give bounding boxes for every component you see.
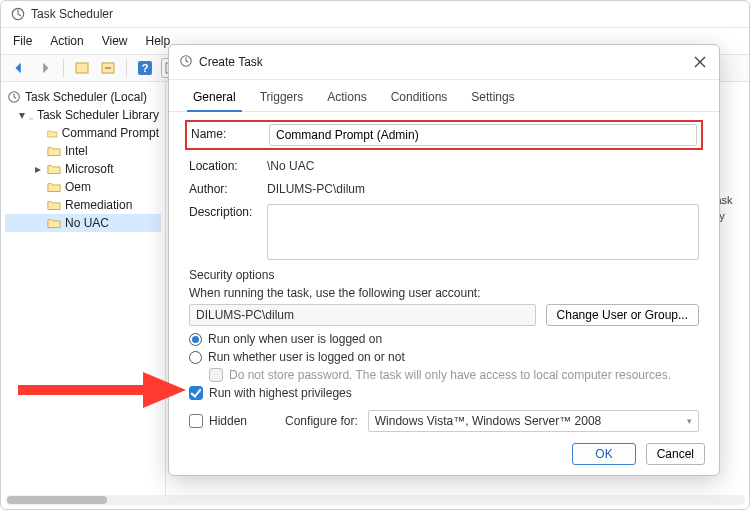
caret-icon: ▾	[19, 108, 25, 122]
dialog-icon	[179, 54, 193, 71]
name-input[interactable]	[269, 124, 697, 146]
radio-label: Run whether user is logged on or not	[208, 350, 405, 364]
folder-icon	[47, 181, 61, 193]
tab-general[interactable]: General	[187, 86, 242, 112]
menu-file[interactable]: File	[11, 32, 34, 50]
tab-conditions[interactable]: Conditions	[385, 86, 454, 111]
tree-item-label: Oem	[65, 180, 91, 194]
author-label: Author:	[189, 179, 267, 196]
create-task-dialog: Create Task General Triggers Actions Con…	[168, 44, 720, 476]
toolbar-icon-1[interactable]	[72, 58, 92, 78]
name-row-highlight: Name:	[185, 120, 703, 150]
checkbox-label: Hidden	[209, 414, 247, 428]
cancel-button[interactable]: Cancel	[646, 443, 705, 465]
description-label: Description:	[189, 202, 267, 219]
tree-root-label: Task Scheduler (Local)	[25, 90, 147, 104]
ok-button[interactable]: OK	[572, 443, 635, 465]
window-title: Task Scheduler	[31, 7, 113, 21]
horizontal-scrollbar[interactable]	[5, 495, 745, 505]
dropdown-value: Windows Vista™, Windows Server™ 2008	[375, 414, 602, 428]
scrollbar-thumb[interactable]	[7, 496, 107, 504]
tree-library-label: Task Scheduler Library	[37, 108, 159, 122]
radio-icon	[189, 333, 202, 346]
back-button[interactable]	[9, 58, 29, 78]
tree-item-label: No UAC	[65, 216, 109, 230]
checkbox-icon	[189, 414, 203, 428]
security-subtext: When running the task, use the following…	[189, 286, 699, 300]
sidebar-tree: Task Scheduler (Local) ▾ Task Scheduler …	[1, 82, 166, 498]
folder-icon	[29, 109, 33, 121]
chevron-down-icon: ▾	[687, 416, 692, 426]
dialog-tabs: General Triggers Actions Conditions Sett…	[169, 80, 719, 112]
tree-item[interactable]: Oem	[5, 178, 161, 196]
svg-text:?: ?	[142, 62, 149, 74]
radio-logged-on[interactable]: Run only when user is logged on	[189, 332, 699, 346]
tree-item[interactable]: Command Prompt	[5, 124, 161, 142]
checkbox-icon	[189, 386, 203, 400]
close-button[interactable]	[691, 53, 709, 71]
caret-icon: ▸	[33, 162, 43, 176]
check-do-not-store: Do not store password. The task will onl…	[209, 368, 699, 382]
menu-view[interactable]: View	[100, 32, 130, 50]
app-icon	[11, 7, 25, 21]
tree-library[interactable]: ▾ Task Scheduler Library	[5, 106, 161, 124]
toolbar-separator-2	[126, 59, 127, 77]
folder-icon	[47, 163, 61, 175]
tree-item-label: Intel	[65, 144, 88, 158]
forward-button[interactable]	[35, 58, 55, 78]
folder-icon	[47, 127, 58, 139]
tree-item-label: Remediation	[65, 198, 132, 212]
checkbox-icon	[209, 368, 223, 382]
description-textarea[interactable]	[267, 204, 699, 260]
tab-triggers[interactable]: Triggers	[254, 86, 310, 111]
dialog-titlebar: Create Task	[169, 45, 719, 80]
help-button[interactable]: ?	[135, 58, 155, 78]
folder-icon	[47, 199, 61, 211]
checkbox-label: Do not store password. The task will onl…	[229, 368, 671, 382]
configure-for-dropdown[interactable]: Windows Vista™, Windows Server™ 2008 ▾	[368, 410, 699, 432]
author-value: DILUMS-PC\dilum	[267, 179, 699, 196]
name-label: Name:	[191, 124, 269, 141]
dialog-title: Create Task	[199, 55, 263, 69]
svg-rect-1	[76, 63, 88, 73]
clock-icon	[7, 90, 21, 104]
radio-icon	[189, 351, 202, 364]
tree-item-label: Microsoft	[65, 162, 114, 176]
titlebar: Task Scheduler	[1, 1, 749, 28]
toolbar-icon-2[interactable]	[98, 58, 118, 78]
radio-whether[interactable]: Run whether user is logged on or not	[189, 350, 699, 364]
tree-item-selected[interactable]: No UAC	[5, 214, 161, 232]
folder-icon	[47, 217, 61, 229]
account-field: DILUMS-PC\dilum	[189, 304, 536, 326]
tree-item[interactable]: Remediation	[5, 196, 161, 214]
change-user-button[interactable]: Change User or Group...	[546, 304, 699, 326]
menu-action[interactable]: Action	[48, 32, 85, 50]
tree-item-label: Command Prompt	[62, 126, 159, 140]
configure-for-label: Configure for:	[285, 414, 358, 428]
tab-settings[interactable]: Settings	[465, 86, 520, 111]
checkbox-label: Run with highest privileges	[209, 386, 352, 400]
tree-item[interactable]: ▸Microsoft	[5, 160, 161, 178]
location-label: Location:	[189, 156, 267, 173]
tree-item[interactable]: Intel	[5, 142, 161, 160]
tab-actions[interactable]: Actions	[321, 86, 372, 111]
check-hidden[interactable]: Hidden	[189, 414, 247, 428]
folder-icon	[47, 145, 61, 157]
radio-label: Run only when user is logged on	[208, 332, 382, 346]
security-heading: Security options	[189, 268, 699, 282]
toolbar-separator	[63, 59, 64, 77]
location-value: \No UAC	[267, 156, 699, 173]
check-highest-privileges[interactable]: Run with highest privileges	[189, 386, 699, 400]
tree-root[interactable]: Task Scheduler (Local)	[5, 88, 161, 106]
